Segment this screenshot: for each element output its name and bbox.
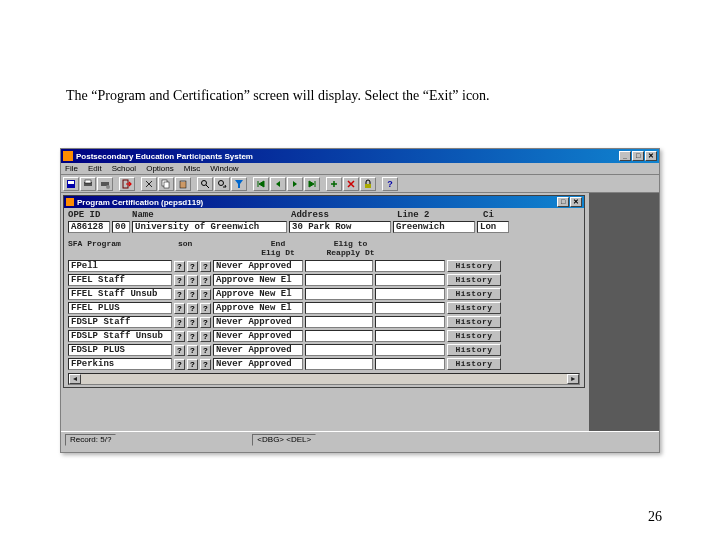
cell-elig-reapply-dt[interactable] [375,330,445,342]
cell-program[interactable]: FPell [68,260,172,272]
field-name[interactable]: University of Greenwich [132,221,287,233]
maximize-button[interactable]: □ [632,151,644,161]
cell-elig-reapply-dt[interactable] [375,288,445,300]
cell-elig-reapply-dt[interactable] [375,260,445,272]
print-icon[interactable] [80,177,96,191]
history-button[interactable]: History [447,316,501,328]
cell-son[interactable]: Approve New El [213,274,303,286]
field-ope-id[interactable]: A86128 [68,221,110,233]
history-button[interactable]: History [447,302,501,314]
lock-icon[interactable] [360,177,376,191]
cell-end-elig-dt[interactable] [305,260,373,272]
delete-record-icon[interactable] [343,177,359,191]
history-button[interactable]: History [447,344,501,356]
help-button[interactable]: ? [200,289,211,300]
help-button[interactable]: ? [200,331,211,342]
prev-record-icon[interactable] [270,177,286,191]
cell-elig-reapply-dt[interactable] [375,302,445,314]
paste-icon[interactable] [175,177,191,191]
field-line2[interactable]: Greenwich [393,221,475,233]
cell-end-elig-dt[interactable] [305,316,373,328]
cell-end-elig-dt[interactable] [305,288,373,300]
menu-school[interactable]: School [112,164,136,173]
help-button[interactable]: ? [174,331,185,342]
scroll-right-icon[interactable]: ► [567,374,579,384]
help-button[interactable]: ? [174,317,185,328]
history-button[interactable]: History [447,288,501,300]
search-icon[interactable] [197,177,213,191]
help-button[interactable]: ? [200,317,211,328]
cell-son[interactable]: Never Approved [213,344,303,356]
menu-edit[interactable]: Edit [88,164,102,173]
help-button[interactable]: ? [187,289,198,300]
help-button[interactable]: ? [187,303,198,314]
help-button[interactable]: ? [187,317,198,328]
history-button[interactable]: History [447,260,501,272]
field-ci[interactable]: Lon [477,221,509,233]
search-next-icon[interactable] [214,177,230,191]
cell-elig-reapply-dt[interactable] [375,274,445,286]
cell-end-elig-dt[interactable] [305,302,373,314]
new-record-icon[interactable] [326,177,342,191]
history-button[interactable]: History [447,274,501,286]
help-button[interactable]: ? [200,359,211,370]
cell-son[interactable]: Never Approved [213,260,303,272]
history-button[interactable]: History [447,358,501,370]
menu-options[interactable]: Options [146,164,174,173]
cell-elig-reapply-dt[interactable] [375,358,445,370]
cell-program[interactable]: FDSLP PLUS [68,344,172,356]
cell-program[interactable]: FFEL Staff [68,274,172,286]
help-button[interactable]: ? [174,289,185,300]
cell-elig-reapply-dt[interactable] [375,316,445,328]
menu-misc[interactable]: Misc [184,164,200,173]
cell-son[interactable]: Never Approved [213,316,303,328]
print-setup-icon[interactable] [97,177,113,191]
help-button[interactable]: ? [200,345,211,356]
inner-maximize-button[interactable]: □ [557,197,569,207]
exit-icon[interactable] [119,177,135,191]
cell-end-elig-dt[interactable] [305,330,373,342]
next-record-icon[interactable] [287,177,303,191]
cell-son[interactable]: Never Approved [213,330,303,342]
cell-elig-reapply-dt[interactable] [375,344,445,356]
cell-end-elig-dt[interactable] [305,344,373,356]
cell-program[interactable]: FDSLP Staff Unsub [68,330,172,342]
help-button[interactable]: ? [174,261,185,272]
help-button[interactable]: ? [187,359,198,370]
funnel-icon[interactable] [231,177,247,191]
cut-icon[interactable] [141,177,157,191]
help-button[interactable]: ? [200,261,211,272]
help-button[interactable]: ? [174,359,185,370]
field-blank[interactable]: 00 [112,221,130,233]
minimize-button[interactable]: _ [619,151,631,161]
help-button[interactable]: ? [187,331,198,342]
scroll-left-icon[interactable]: ◄ [69,374,81,384]
help-button[interactable]: ? [200,303,211,314]
help-button[interactable]: ? [174,303,185,314]
inner-close-button[interactable]: ✕ [570,197,582,207]
save-icon[interactable] [63,177,79,191]
help-button[interactable]: ? [187,261,198,272]
cell-son[interactable]: Approve New El [213,302,303,314]
cell-program[interactable]: FFEL Staff Unsub [68,288,172,300]
last-record-icon[interactable] [304,177,320,191]
menu-file[interactable]: File [65,164,78,173]
cell-program[interactable]: FFEL PLUS [68,302,172,314]
menu-window[interactable]: Window [210,164,238,173]
first-record-icon[interactable] [253,177,269,191]
cell-end-elig-dt[interactable] [305,358,373,370]
copy-icon[interactable] [158,177,174,191]
horizontal-scrollbar[interactable]: ◄ ► [68,373,580,385]
close-button[interactable]: ✕ [645,151,657,161]
cell-end-elig-dt[interactable] [305,274,373,286]
cell-son[interactable]: Never Approved [213,358,303,370]
cell-program[interactable]: FPerkins [68,358,172,370]
cell-program[interactable]: FDSLP Staff [68,316,172,328]
help-button[interactable]: ? [174,345,185,356]
cell-son[interactable]: Approve New El [213,288,303,300]
history-button[interactable]: History [447,330,501,342]
help-button[interactable]: ? [200,275,211,286]
help-icon[interactable]: ? [382,177,398,191]
help-button[interactable]: ? [187,345,198,356]
help-button[interactable]: ? [187,275,198,286]
